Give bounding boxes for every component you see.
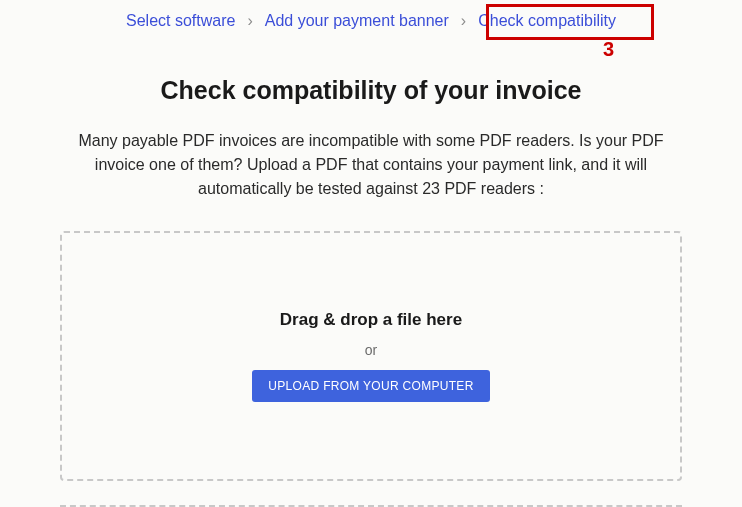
upload-button[interactable]: UPLOAD FROM YOUR COMPUTER [252,370,489,402]
breadcrumb-step-1[interactable]: Select software [126,12,235,30]
breadcrumb-step-3[interactable]: Check compatibility [478,12,616,30]
file-drop-zone[interactable]: Drag & drop a file here or UPLOAD FROM Y… [60,231,682,481]
drop-zone-text: Drag & drop a file here [280,310,462,330]
drop-zone-or: or [365,342,377,358]
breadcrumb-step-2[interactable]: Add your payment banner [265,12,449,30]
annotation-number: 3 [495,38,722,61]
page-description: Many payable PDF invoices are incompatib… [61,129,681,201]
breadcrumb: Select software › Add your payment banne… [20,12,722,30]
chevron-right-icon: › [247,12,252,30]
page-title: Check compatibility of your invoice [20,76,722,105]
chevron-right-icon: › [461,12,466,30]
